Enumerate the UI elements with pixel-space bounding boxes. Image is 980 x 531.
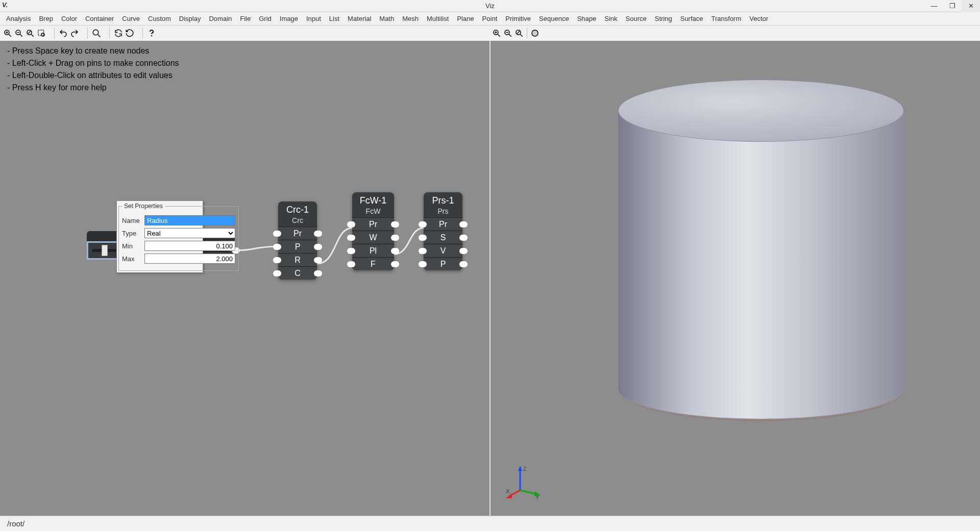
help-icon[interactable] [146, 28, 157, 39]
menu-sequence[interactable]: Sequence [535, 13, 573, 24]
port-r[interactable]: R [278, 253, 317, 266]
slider-thumb[interactable] [102, 245, 108, 256]
menu-analysis[interactable]: Analysis [2, 13, 35, 24]
menu-point[interactable]: Point [478, 13, 502, 24]
port-c[interactable]: C [278, 266, 317, 280]
set-properties-popup[interactable]: Set Properties Name Type Real Min Max [116, 200, 203, 273]
type-label: Type [122, 230, 141, 237]
output-pin[interactable] [314, 257, 322, 263]
menu-vector[interactable]: Vector [745, 13, 772, 24]
redo-icon[interactable] [69, 28, 80, 39]
menu-multilist[interactable]: Multilist [423, 13, 453, 24]
output-pin[interactable] [459, 248, 468, 254]
output-pin[interactable] [391, 221, 399, 227]
port-p[interactable]: P [424, 257, 462, 270]
svg-line-23 [520, 34, 523, 37]
port-pr[interactable]: Pr [278, 226, 317, 240]
min-field[interactable] [144, 241, 235, 251]
port-pl[interactable]: Pl [352, 244, 394, 257]
port-pr[interactable]: Pr [352, 217, 394, 231]
refresh-icon[interactable] [113, 28, 124, 39]
menu-mesh[interactable]: Mesh [398, 13, 423, 24]
search-icon[interactable] [91, 28, 102, 39]
rebuild-icon[interactable] [124, 28, 135, 39]
input-pin[interactable] [419, 261, 427, 267]
close-button[interactable]: ✕ [962, 0, 980, 12]
menu-primitive[interactable]: Primitive [501, 13, 535, 24]
menu-custom[interactable]: Custom [144, 13, 175, 24]
menu-plane[interactable]: Plane [453, 13, 478, 24]
output-pin[interactable] [391, 261, 399, 267]
menu-brep[interactable]: Brep [35, 13, 57, 24]
output-pin[interactable] [314, 231, 322, 237]
output-pin[interactable] [391, 248, 399, 254]
node-fcw[interactable]: FcW-1 FcW Pr W Pl F [352, 192, 394, 270]
minimize-button[interactable]: — [925, 0, 943, 12]
shade-mode-icon[interactable] [529, 28, 541, 39]
port-v[interactable]: V [424, 244, 462, 257]
menu-sink[interactable]: Sink [600, 13, 621, 24]
input-pin[interactable] [273, 270, 281, 276]
svg-point-14 [152, 36, 152, 36]
input-pin[interactable] [419, 248, 427, 254]
input-pin[interactable] [347, 221, 355, 227]
zoom-out-icon[interactable] [13, 28, 24, 39]
zoom-selection-icon[interactable] [36, 28, 47, 39]
menu-color[interactable]: Color [57, 13, 81, 24]
input-pin[interactable] [347, 261, 355, 267]
menu-container[interactable]: Container [81, 13, 118, 24]
node-graph-panel[interactable]: - Press Space key to create new nodes - … [0, 41, 491, 516]
menu-surface[interactable]: Surface [676, 13, 707, 24]
menu-domain[interactable]: Domain [205, 13, 236, 24]
menu-transform[interactable]: Transform [707, 13, 746, 24]
output-pin[interactable] [314, 244, 322, 250]
menu-shape[interactable]: Shape [573, 13, 601, 24]
output-pin[interactable] [459, 221, 468, 227]
input-pin[interactable] [347, 235, 355, 241]
output-pin[interactable] [459, 261, 468, 267]
port-p[interactable]: P [278, 240, 317, 253]
input-pin[interactable] [347, 248, 355, 254]
port-s[interactable]: S [424, 231, 462, 244]
right-zoom-fit-icon[interactable] [513, 28, 525, 39]
zoom-fit-icon[interactable] [24, 28, 36, 39]
viewport-3d[interactable]: Z Y X [491, 41, 980, 516]
input-pin[interactable] [273, 231, 281, 237]
port-w[interactable]: W [352, 231, 394, 244]
menu-list[interactable]: List [325, 13, 344, 24]
max-label: Max [122, 255, 141, 263]
input-pin[interactable] [419, 221, 427, 227]
menu-source[interactable]: Source [622, 13, 651, 24]
input-pin[interactable] [273, 244, 281, 250]
undo-icon[interactable] [58, 28, 69, 39]
right-zoom-in-icon[interactable] [491, 28, 502, 39]
input-pin[interactable] [419, 235, 427, 241]
menu-display[interactable]: Display [175, 13, 205, 24]
input-pin[interactable] [273, 257, 281, 263]
zoom-in-icon[interactable] [2, 28, 13, 39]
node-title: FcW-1 [352, 192, 394, 207]
maximize-button[interactable]: ❐ [943, 0, 962, 12]
menu-file[interactable]: File [236, 13, 255, 24]
menu-curve[interactable]: Curve [118, 13, 144, 24]
render-view[interactable] [491, 41, 980, 516]
max-field[interactable] [144, 254, 235, 264]
output-pin[interactable] [314, 270, 322, 276]
status-bar: /root/ [0, 516, 980, 531]
node-prs[interactable]: Prs-1 Prs Pr S V P [424, 192, 462, 270]
name-field[interactable] [144, 215, 235, 225]
right-zoom-out-icon[interactable] [502, 28, 513, 39]
type-select[interactable]: Real [144, 228, 235, 238]
menu-string[interactable]: String [651, 13, 676, 24]
port-pr[interactable]: Pr [424, 217, 462, 231]
menu-image[interactable]: Image [276, 13, 302, 24]
menu-math[interactable]: Math [375, 13, 398, 24]
port-f[interactable]: F [352, 257, 394, 270]
node-crc[interactable]: Crc-1 Crc Pr P R C [278, 201, 317, 280]
axis-gizmo[interactable]: Z Y X [506, 465, 542, 500]
output-pin[interactable] [391, 235, 399, 241]
output-pin[interactable] [459, 235, 468, 241]
menu-input[interactable]: Input [302, 13, 325, 24]
menu-material[interactable]: Material [344, 13, 375, 24]
menu-grid[interactable]: Grid [255, 13, 276, 24]
